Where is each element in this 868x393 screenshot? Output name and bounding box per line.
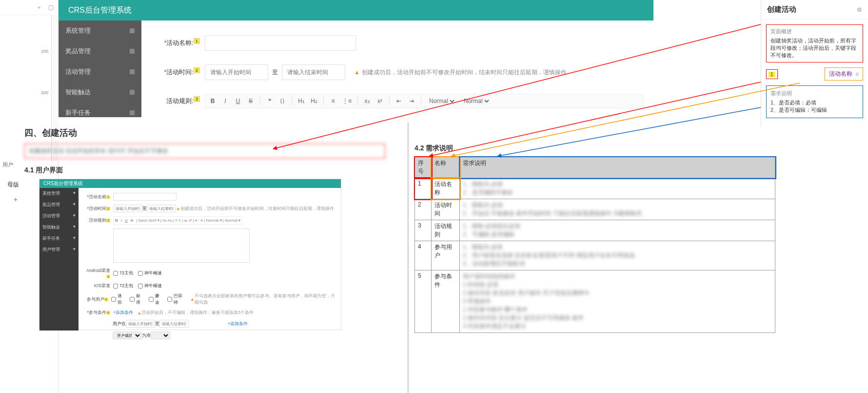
menu-icon: ≡ (855, 71, 859, 78)
main-app-preview: CRS后台管理系统 系统管理 奖品管理 活动管理 智能触达 新手任务 *活动名称… (59, 0, 653, 117)
th-req: 需求说明 (460, 157, 775, 178)
mini-sb-item: 活动管理▾ (39, 210, 79, 222)
label-activity-time: *活动时间:2 (156, 67, 200, 77)
annotation-link-name[interactable]: 活动名称≡ (825, 67, 863, 81)
list-bullet-button[interactable]: ⋮≡ (342, 98, 352, 104)
vertical-separator (407, 122, 409, 393)
font-size-select[interactable]: Normal (427, 97, 456, 105)
app-sidebar: 系统管理 奖品管理 活动管理 智能触达 新手任务 (59, 21, 141, 117)
mini-sb-item: 新手任务▾ (39, 233, 79, 244)
req-label: 需求说明 (770, 90, 859, 97)
list-ordered-button[interactable]: ≡ (330, 98, 336, 104)
label-activity-rule: 活动规则:3 (156, 96, 200, 105)
rail-label-user: 用户 (2, 161, 13, 168)
mini-sb-item: 用户管理▾ (39, 244, 79, 255)
document-content: 四、创建活动 创建抽奖活动 活动开始前所有 段均可 开始后不可修改 4.1 用户… (20, 122, 761, 393)
section-4-1-title: 4.1 用户界面 (24, 166, 385, 175)
right-inspector-panel: 创建活动 ⚙ 页面概述 创建抽奖活动，活动开始前，所有字段均可修改；活动开始后，… (761, 0, 868, 127)
input-activity-name[interactable] (205, 35, 356, 51)
to-separator: 至 (272, 68, 278, 77)
mini-header: CRS后台管理系统 (39, 179, 341, 188)
rich-text-toolbar: B I U S ❝ ⟨⟩ H₁ H₂ ≡ ⋮≡ x₂ x² ⇤ ⇥ (205, 94, 644, 108)
mini-sidebar: 系统管理▾ 奖品管理▾ 活动管理▾ 智能触达▾ 新手任务▾ 用户管理▾ (39, 188, 79, 331)
req-line-1: 1、是否必填：必填 (770, 99, 859, 106)
subscript-button[interactable]: x₂ (364, 98, 371, 104)
table-row: 3活动规则 1、限制 必填或非必填2、可编辑 是否编辑 (415, 220, 775, 241)
sidebar-item-prize[interactable]: 奖品管理 (59, 41, 141, 62)
annotation-badge-1: 1 (194, 38, 200, 44)
app-form: *活动名称:1 *活动时间:2 至 ▲创建成功后，活动开始前不可修改开始时间，结… (141, 21, 653, 117)
panel-title: 创建活动 (767, 5, 796, 14)
req-line-2: 2、是否可编辑：可编辑 (770, 106, 859, 114)
mini-form: *活动名称1 *活动时间2 至 ▲创建成功后，活动开始前不可修改开始时间，结束时… (79, 188, 341, 348)
requirements-table: 序号 名称 需求说明 1 活动名称 1、限制为 必填2、是否编辑可修改 2活动时… (414, 157, 775, 333)
chevron-down-icon (130, 90, 135, 95)
add-icon[interactable]: ＋ (12, 195, 19, 204)
mini-sb-item: 系统管理▾ (39, 188, 79, 199)
table-row: 2活动时间 1、限制为 必填2、开始后 不能修改 条件开始时间 只能往后延期谨慎… (415, 199, 775, 220)
h1-button[interactable]: H₁ (298, 98, 305, 104)
italic-button[interactable]: I (222, 98, 229, 104)
chevron-down-icon (130, 49, 135, 54)
gear-icon[interactable]: ⚙ (857, 6, 862, 13)
sidebar-item-system[interactable]: 系统管理 (59, 21, 141, 41)
font-style-select[interactable]: Normal (462, 97, 491, 105)
indent-button[interactable]: ⇥ (408, 98, 415, 104)
annotation-badge-2: 2 (194, 67, 200, 73)
mini-sb-item: 智能触达▾ (39, 222, 79, 233)
sidebar-item-activity[interactable]: 活动管理 (59, 62, 141, 82)
input-start-time[interactable] (205, 64, 268, 80)
bold-button[interactable]: B (209, 98, 216, 104)
page-overview-box: 页面概述 创建抽奖活动，活动开始前，所有字段均可修改；活动开始后，关键字段不可修… (766, 24, 863, 62)
annotation-link-badge[interactable]: 1 (766, 69, 778, 79)
th-seq: 序号 (415, 157, 432, 178)
h2-button[interactable]: H₂ (311, 98, 317, 104)
table-row: 5参与条件 用户某时间段的操作1 时间段 必填2 操作内容 多选支持 用户操作 … (415, 270, 775, 333)
table-row: 1 活动名称 1、限制为 必填2、是否编辑可修改 (415, 178, 775, 199)
sidebar-item-smart[interactable]: 智能触达 (59, 82, 141, 103)
outdent-button[interactable]: ⇤ (395, 98, 402, 104)
input-end-time[interactable] (282, 64, 345, 80)
app-header: CRS后台管理系统 (59, 0, 653, 21)
doc-left-column: 四、创建活动 创建抽奖活动 活动开始前所有 段均可 开始后不可修改 4.1 用户… (20, 122, 390, 393)
code-button[interactable]: ⟨⟩ (279, 98, 286, 104)
overview-text: 创建抽奖活动，活动开始前，所有字段均可修改；活动开始后，关键字段不可修改。 (770, 37, 859, 59)
underline-button[interactable]: U (235, 98, 241, 104)
quote-button[interactable]: ❝ (266, 98, 273, 104)
chevron-down-icon (130, 110, 135, 115)
chevron-down-icon (130, 69, 135, 74)
ui-mockup-thumbnail: CRS后台管理系统 系统管理▾ 奖品管理▾ 活动管理▾ 智能触达▾ 新手任务▾ … (39, 179, 341, 330)
strike-button[interactable]: S (247, 98, 254, 104)
superscript-button[interactable]: x² (376, 98, 383, 104)
plus-icon[interactable]: ＋ (36, 4, 42, 11)
requirement-box: 需求说明 1、是否必填：必填 2、是否可编辑：可编辑 (766, 85, 863, 118)
annotation-badge-3: 3 (194, 96, 200, 102)
chevron-down-icon (130, 28, 135, 33)
th-name: 名称 (432, 157, 460, 178)
warning-icon: ▲ (354, 69, 360, 76)
overview-label: 页面概述 (770, 28, 859, 35)
label-activity-name: *活动名称:1 (156, 38, 200, 47)
mini-sb-item: 奖品管理▾ (39, 199, 79, 210)
rail-label-master: 母版 (7, 181, 19, 189)
folder-icon[interactable]: ▢ (47, 4, 54, 11)
section-4-2-title: 4.2 需求说明 (414, 144, 775, 153)
table-row: 4参与用户 1、限制为 必填2、用户标签名选择 支持多选 配置用户不同 绑定用户… (415, 241, 775, 270)
doc-right-column: 4.2 需求说明 序号 名称 需求说明 1 活动名称 1、限制为 必填2、是否编… (414, 137, 775, 393)
section-desc-box: 创建抽奖活动 活动开始前所有 段均可 开始后不可修改 (24, 144, 385, 159)
section-4-title: 四、创建活动 (24, 127, 385, 139)
sidebar-item-newbie[interactable]: 新手任务 (59, 103, 141, 123)
time-hint: 创建成功后，活动开始前不可修改开始时间，结束时间只能往后延期，谨慎操作 (362, 69, 567, 76)
